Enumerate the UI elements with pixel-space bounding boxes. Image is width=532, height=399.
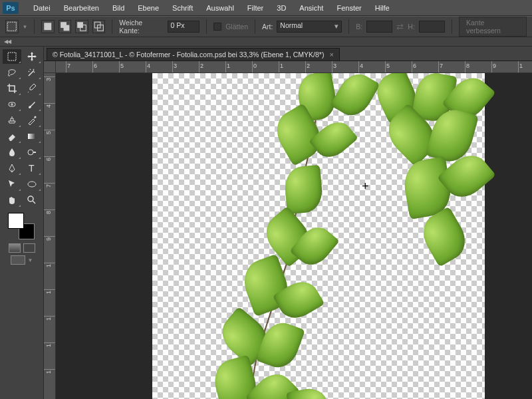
eraser-tool[interactable] [3,129,21,144]
foreground-color[interactable] [8,213,24,229]
expand-chevron-icon: ◀◀ [4,39,11,45]
standard-mode-icon[interactable] [11,255,25,265]
menu-image[interactable]: Bild [106,2,131,14]
svg-point-15 [28,196,33,201]
shape-tool[interactable] [23,177,41,192]
new-selection-icon[interactable] [41,20,55,33]
options-bar: ▼ Weiche Kante: 0 Px Glätten Art: Normal… [0,16,532,37]
brush-tool[interactable] [23,97,41,112]
width-label: B: [356,23,362,31]
menu-help[interactable]: Hilfe [368,2,396,14]
refine-edge-button[interactable]: Kante verbessern [459,17,527,37]
color-swatches[interactable] [8,213,35,239]
clone-stamp-tool[interactable] [3,113,21,128]
menu-3d[interactable]: 3D [270,2,293,14]
feather-label: Weiche Kante: [119,19,163,35]
svg-point-14 [28,182,36,187]
type-tool[interactable]: T [23,161,41,176]
subtract-selection-icon[interactable] [75,20,88,33]
tool-panel: T ▼ [0,47,44,399]
blur-tool[interactable] [3,145,21,160]
path-selection-tool[interactable] [3,177,21,192]
hand-tool[interactable] [3,193,21,207]
screen-mode-icon[interactable] [23,243,35,253]
chevron-down-icon[interactable]: ▼ [28,257,33,263]
active-tool-icon[interactable] [5,20,19,33]
height-input [419,21,445,33]
menu-view[interactable]: Ansicht [293,2,330,14]
document-canvas[interactable] [152,73,485,399]
app-logo[interactable]: Ps [3,2,19,14]
menu-select[interactable]: Auswahl [200,2,241,14]
ruler-horizontal[interactable]: 765432101234567891 [56,61,532,73]
gradient-tool[interactable] [23,129,41,144]
menu-filter[interactable]: Filter [241,2,270,14]
intersect-selection-icon[interactable] [92,20,106,33]
move-tool[interactable] [23,49,41,64]
healing-brush-tool[interactable] [3,97,21,112]
quick-mask-icon[interactable] [9,243,21,253]
menu-layer[interactable]: Ebene [131,2,166,14]
menu-file[interactable]: Datei [27,2,57,14]
antialias-label: Glätten [225,23,248,31]
canvas-area[interactable]: + [56,73,532,399]
style-label: Art: [262,23,273,31]
svg-rect-0 [7,22,16,31]
svg-rect-1 [45,23,52,31]
menu-window[interactable]: Fenster [330,2,368,14]
tab-close-icon[interactable]: × [329,51,333,59]
expand-bar[interactable]: ◀◀ [0,37,532,47]
marquee-tool[interactable] [3,49,21,64]
menu-type[interactable]: Schrift [166,2,200,14]
tab-bar: © Fotolia_34171001_L - © Fotofermer - Fo… [44,47,532,61]
chevron-down-icon[interactable]: ▼ [23,24,28,30]
document-tab[interactable]: © Fotolia_34171001_L - © Fotofermer - Fo… [47,48,340,61]
lasso-tool[interactable] [3,65,21,80]
antialias-checkbox[interactable] [213,23,221,31]
ruler-vertical[interactable]: 345678911111 [44,73,56,399]
height-label: H: [408,23,415,31]
dodge-tool[interactable] [23,145,41,160]
add-selection-icon[interactable] [59,20,72,33]
menu-edit[interactable]: Bearbeiten [57,2,106,14]
tab-title: © Fotolia_34171001_L - © Fotofermer - Fo… [53,51,324,59]
history-brush-tool[interactable] [23,113,41,128]
crop-tool[interactable] [3,81,21,96]
svg-rect-3 [63,25,69,31]
svg-point-12 [28,150,33,155]
width-input [366,21,392,33]
swap-dimensions-icon: ⇄ [396,22,404,32]
svg-point-10 [35,116,37,118]
eyedropper-tool[interactable] [23,81,41,96]
zoom-tool[interactable] [23,193,41,207]
feather-input[interactable]: 0 Px [168,21,200,33]
magic-wand-tool[interactable] [23,65,41,80]
style-select[interactable]: Normal [277,21,342,33]
workspace: © Fotolia_34171001_L - © Fotofermer - Fo… [44,47,532,399]
svg-rect-8 [8,53,16,61]
pen-tool[interactable] [3,161,21,176]
cursor-crosshair-icon: + [362,180,369,194]
menu-bar: Ps Datei Bearbeiten Bild Ebene Schrift A… [0,0,532,16]
svg-text:T: T [29,163,35,174]
svg-rect-11 [28,134,36,139]
ruler-origin[interactable] [44,61,56,73]
